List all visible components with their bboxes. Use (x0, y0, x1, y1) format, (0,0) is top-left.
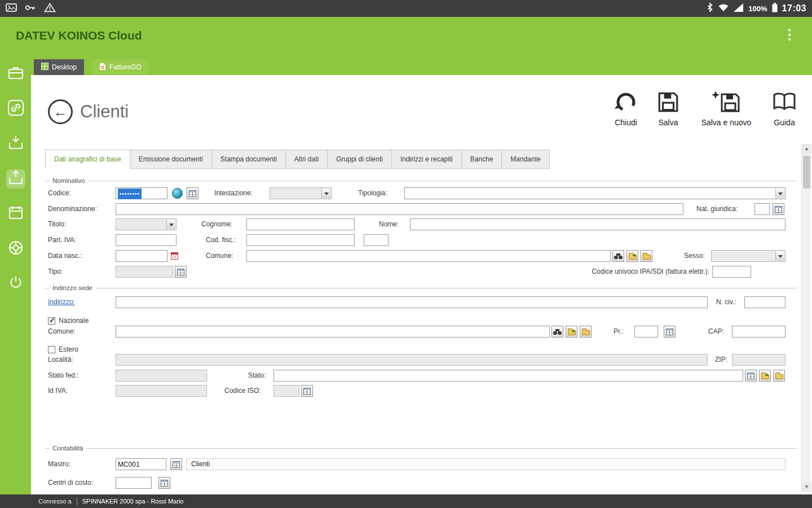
mastro-lookup-button[interactable] (170, 458, 182, 470)
codice-iso-input[interactable] (273, 385, 299, 397)
n-civ-label: N. civ.: (716, 296, 736, 308)
cap-input[interactable] (732, 326, 785, 338)
grid-icon (666, 329, 673, 335)
denominazione-input[interactable] (116, 203, 683, 215)
data-nasc-input[interactable] (116, 250, 167, 262)
form-tab-dati-anagrafici[interactable]: Dati anagrafici di base (45, 150, 130, 169)
sidebar-item-calendar[interactable] (6, 204, 25, 224)
form-tab-altri-dati[interactable]: Altri dati (286, 150, 328, 169)
n-civ-input[interactable] (744, 296, 785, 308)
form-tab-indirizzi-recapiti[interactable]: Indirizzi e recapiti (392, 150, 462, 169)
tab-desktop[interactable]: Desktop (34, 59, 84, 75)
stato-input[interactable] (273, 370, 743, 382)
intestazione-label: Intestazione: (214, 187, 253, 199)
sidebar-item-briefcase[interactable] (6, 64, 25, 84)
tab-fatturego[interactable]: FattureGO (92, 59, 149, 75)
save-new-label: Salva e nuovo (692, 118, 760, 127)
comune-nascita-open-button[interactable] (626, 250, 638, 262)
mastro-input[interactable] (116, 458, 166, 470)
stato-browse-button[interactable] (773, 370, 785, 382)
sidebar-item-support[interactable] (6, 239, 25, 259)
codice-lookup-button[interactable] (187, 187, 198, 199)
comune-sede-browse-button[interactable] (580, 326, 592, 338)
tab-fatturego-label: FattureGO (109, 63, 142, 71)
intestazione-select[interactable] (270, 187, 332, 199)
scrollbar-thumb[interactable] (803, 156, 810, 189)
scroll-up-button[interactable]: ▲ (802, 144, 811, 154)
comune-sede-input[interactable] (116, 326, 550, 338)
back-button[interactable]: ← (48, 99, 73, 124)
tipo-lookup-button[interactable] (175, 266, 187, 278)
comune-nascita-search-button[interactable] (612, 250, 624, 262)
form-tab-stampa-documenti[interactable]: Stampa documenti (212, 150, 286, 169)
cognome-input[interactable] (246, 218, 355, 230)
zip-input[interactable] (732, 354, 785, 366)
warning-icon (44, 3, 56, 15)
comune-sede-open-button[interactable] (566, 326, 577, 338)
sidebar-item-import[interactable] (6, 134, 25, 154)
globe-icon[interactable] (172, 188, 183, 199)
close-button[interactable]: Chiudi (604, 90, 647, 127)
connection-bar: Connesso a SPINNAKER 2000 spa - Rossi Ma… (0, 494, 812, 508)
stato-lookup-button[interactable] (745, 370, 757, 382)
pr-input[interactable] (634, 326, 658, 338)
chevron-down-icon (169, 224, 174, 229)
codice-value: •••••••• (118, 189, 142, 199)
estero-checkbox[interactable] (48, 346, 55, 353)
codice-univoco-input[interactable] (712, 266, 751, 278)
window-tabstrip: Desktop FattureGO (31, 56, 812, 75)
tipo-input[interactable] (116, 266, 173, 278)
indirizzo-input[interactable] (116, 296, 708, 308)
nome-input[interactable] (410, 218, 785, 230)
codice-input[interactable]: •••••••• (116, 187, 167, 199)
comune-nascita-input[interactable] (246, 250, 611, 262)
comune-nascita-label: Comune: (206, 250, 233, 262)
mastro-label: Mastro: (48, 458, 70, 470)
binoculars-icon (553, 329, 562, 335)
nazionale-checkbox[interactable] (48, 317, 55, 325)
centri-costo-label: Centri di costo: (48, 477, 93, 489)
group-nominativo: Nominativo (45, 177, 797, 184)
mastro-description: Clienti (186, 458, 785, 470)
guide-book-icon (771, 106, 797, 116)
connected-label: Connesso a (38, 498, 72, 505)
tipologia-select[interactable] (404, 187, 785, 199)
data-nasc-calendar-button[interactable] (169, 250, 180, 262)
sidebar-item-power[interactable] (6, 274, 25, 294)
save-button[interactable]: Salva (648, 90, 688, 127)
form-tab-mandante[interactable]: Mandante (502, 150, 549, 169)
scroll-down-button[interactable]: ▼ (802, 482, 811, 492)
centri-costo-lookup-button[interactable] (158, 477, 170, 489)
indirizzo-link[interactable]: Indirizzo: (48, 296, 75, 308)
localita-input[interactable] (116, 354, 708, 366)
form-tab-gruppi-clienti[interactable]: Gruppi di clienti (328, 150, 392, 169)
part-iva-input[interactable] (116, 234, 176, 246)
stato-fed-input[interactable] (116, 370, 207, 382)
codice-iso-lookup-button[interactable] (301, 385, 313, 397)
stato-open-button[interactable] (759, 370, 771, 382)
nat-giuridica-input[interactable] (754, 203, 770, 215)
titolo-select[interactable] (116, 218, 176, 230)
save-new-button[interactable]: Salva e nuovo (692, 90, 760, 127)
comune-sede-search-button[interactable] (551, 326, 563, 338)
app-screen: 100% 17:03 DATEV KOINOS Cloud ⋮ Desktop … (0, 0, 812, 508)
pr-lookup-button[interactable] (664, 326, 676, 338)
vertical-scrollbar[interactable]: ▲ ▼ (801, 144, 811, 492)
form-tab-banche[interactable]: Banche (462, 150, 502, 169)
id-iva-input[interactable] (116, 385, 207, 397)
nat-giuridica-lookup-button[interactable] (773, 203, 784, 215)
cod-fisc-check-input[interactable] (364, 234, 389, 246)
sidebar-item-link[interactable] (6, 99, 25, 119)
sesso-select[interactable] (711, 250, 785, 262)
help-button[interactable]: Guida (762, 90, 806, 127)
localita-label: Località: (48, 354, 73, 366)
sidebar-item-export[interactable] (6, 169, 25, 189)
form-tab-emissione-documenti[interactable]: Emissione documenti (130, 150, 212, 169)
overflow-menu-icon[interactable]: ⋮ (783, 28, 796, 41)
cod-fisc-input[interactable] (246, 234, 355, 246)
grid-icon (747, 373, 754, 379)
support-icon (7, 239, 24, 259)
centri-costo-input[interactable] (116, 477, 152, 489)
battery-icon (772, 3, 778, 15)
comune-nascita-browse-button[interactable] (641, 250, 652, 262)
